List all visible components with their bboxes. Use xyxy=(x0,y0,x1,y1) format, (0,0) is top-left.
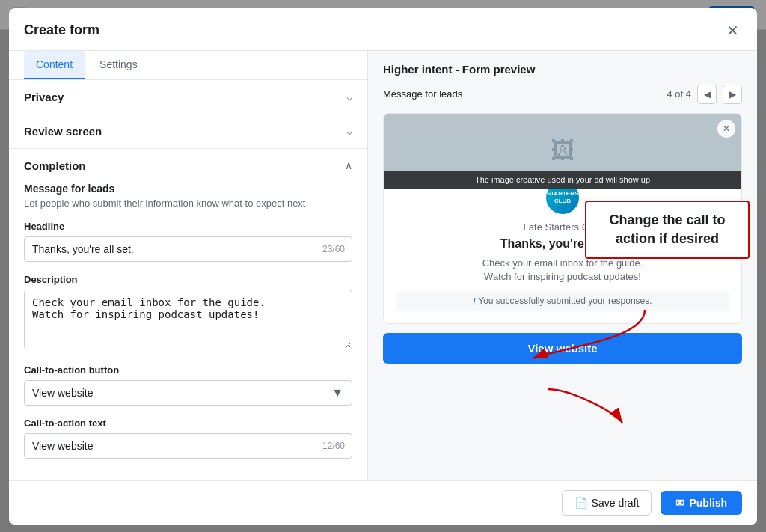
section-privacy-header[interactable]: Privacy ⌵ xyxy=(9,80,367,114)
publish-icon: ✉ xyxy=(675,497,684,509)
cta-text-char-count: 12/60 xyxy=(322,441,345,451)
section-privacy: Privacy ⌵ xyxy=(9,80,367,114)
image-placeholder-icon: 🖼 xyxy=(551,137,574,165)
modal-footer: 📄 Save draft ✉ Publish xyxy=(9,480,757,525)
cta-text-input-wrap: 12/60 xyxy=(24,433,352,459)
cta-button-label: Call-to-action button xyxy=(24,364,352,376)
section-completion: Completion ∧ Message for leads Let peopl… xyxy=(9,149,367,480)
chevron-down-icon-2: ⌵ xyxy=(346,125,352,137)
arrow-svg xyxy=(518,302,652,370)
preview-image-area: 🖼 The image creative used in your ad wil… xyxy=(384,114,741,189)
preview-description: Check your email inbox for the guide.Wat… xyxy=(396,257,729,284)
section-review-screen: Review screen ⌵ xyxy=(9,114,367,149)
cta-text-field-group: Call-to-action text 12/60 xyxy=(24,418,352,459)
headline-label: Headline xyxy=(24,221,352,232)
tab-settings[interactable]: Settings xyxy=(88,51,150,79)
description-textarea[interactable]: Check your email inbox for the guide. Wa… xyxy=(24,290,352,349)
right-panel: Higher intent - Form preview Message for… xyxy=(368,51,757,480)
modal-backdrop: Create form ✕ Content Settings Privacy ⌵ xyxy=(0,0,766,532)
annotation-box: Change the call to action if desired xyxy=(585,201,750,259)
preview-title: Higher intent - Form preview xyxy=(383,63,742,76)
cta-button-select[interactable]: View website Download Learn more Sign up… xyxy=(24,380,352,406)
headline-input-wrap: 23/60 xyxy=(24,236,352,262)
cta-text-input[interactable] xyxy=(24,433,352,459)
page-info: 4 of 4 xyxy=(667,88,691,100)
description-label: Description xyxy=(24,274,352,285)
preview-close-icon[interactable]: ✕ xyxy=(717,120,735,138)
preview-nav-label: Message for leads xyxy=(383,88,462,100)
cta-button-select-wrap: View website Download Learn more Sign up… xyxy=(24,380,352,406)
save-draft-button[interactable]: 📄 Save draft xyxy=(562,490,652,516)
prev-page-button[interactable]: ◀ xyxy=(697,85,717,104)
image-tooltip: The image creative used in your ad will … xyxy=(384,171,741,189)
completion-content: Message for leads Let people who submit … xyxy=(9,183,367,480)
chevron-up-icon: ∧ xyxy=(345,159,352,171)
cta-text-label: Call-to-action text xyxy=(24,418,352,429)
modal-close-button[interactable]: ✕ xyxy=(723,20,742,41)
section-completion-header[interactable]: Completion ∧ xyxy=(9,149,367,183)
sections-list: Privacy ⌵ Review screen ⌵ xyxy=(9,80,367,480)
message-leads-title: Message for leads xyxy=(24,183,352,195)
tabs-bar: Content Settings xyxy=(9,51,367,80)
save-icon: 📄 xyxy=(574,497,587,509)
modal-header: Create form ✕ xyxy=(9,8,757,51)
modal-body: Content Settings Privacy ⌵ Review xyxy=(9,51,757,480)
tab-content[interactable]: Content xyxy=(24,51,85,79)
description-field-group: Description Check your email inbox for t… xyxy=(24,274,352,352)
section-privacy-title: Privacy xyxy=(24,91,64,103)
section-completion-title: Completion xyxy=(24,159,86,172)
headline-field-group: Headline 23/60 xyxy=(24,221,352,262)
chevron-down-icon: ⌵ xyxy=(346,91,352,103)
publish-label: Publish xyxy=(689,497,727,509)
headline-char-count: 23/60 xyxy=(322,244,345,254)
cta-button-field-group: Call-to-action button View website Downl… xyxy=(24,364,352,406)
message-leads-desc: Let people who submit their information … xyxy=(24,198,352,209)
left-panel: Content Settings Privacy ⌵ Review xyxy=(9,51,368,480)
publish-arrow-svg xyxy=(540,382,630,426)
headline-input[interactable] xyxy=(24,236,352,262)
save-draft-label: Save draft xyxy=(592,497,640,509)
modal-title: Create form xyxy=(24,22,99,38)
create-form-modal: Create form ✕ Content Settings Privacy ⌵ xyxy=(9,8,757,525)
preview-nav-controls: 4 of 4 ◀ ▶ xyxy=(667,85,742,104)
info-icon: i xyxy=(473,296,475,307)
next-page-button[interactable]: ▶ xyxy=(723,85,742,104)
section-review-header[interactable]: Review screen ⌵ xyxy=(9,114,367,148)
preview-nav: Message for leads 4 of 4 ◀ ▶ xyxy=(383,85,742,104)
section-review-title: Review screen xyxy=(24,125,102,138)
publish-button[interactable]: ✉ Publish xyxy=(661,491,742,515)
annotation-text: Change the call to action if desired xyxy=(609,213,725,246)
